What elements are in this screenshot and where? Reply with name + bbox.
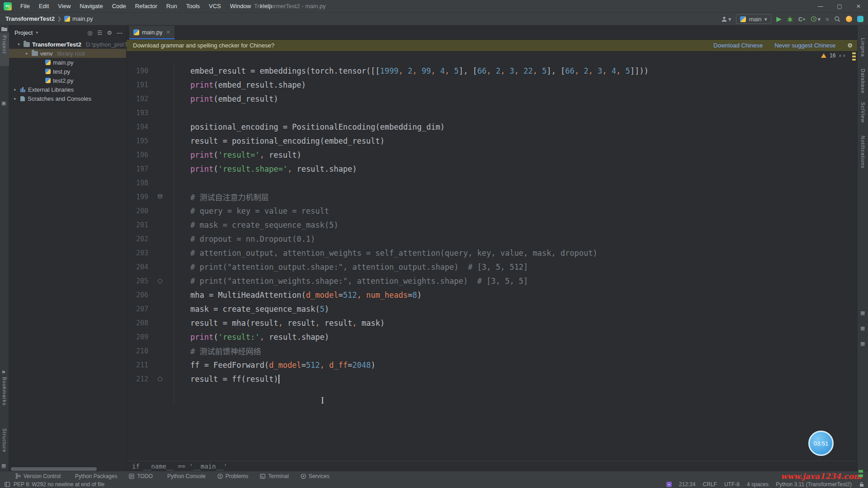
code-line-201[interactable]: 201 # mask = create_sequence_mask(5): [127, 218, 857, 232]
code-line-192[interactable]: 192 print(embed_result): [127, 92, 857, 106]
line-number[interactable]: 212: [127, 375, 148, 383]
line-number[interactable]: 206: [127, 291, 148, 299]
line-number[interactable]: 197: [127, 165, 148, 173]
profiler-icon[interactable]: ▾: [811, 16, 821, 23]
toolwindow-python-packages[interactable]: Python Packages: [72, 473, 117, 479]
toolwindow-terminal[interactable]: Terminal: [260, 473, 288, 479]
menu-refactor[interactable]: Refactor: [131, 1, 161, 11]
breadcrumb-file[interactable]: main.py: [64, 15, 93, 22]
pycharm-logo-icon[interactable]: PC: [4, 2, 12, 10]
warning-stripe-mark[interactable]: [852, 56, 856, 57]
right-strip-lingma-tab[interactable]: Lingma: [860, 38, 866, 57]
circle-gutter-icon[interactable]: [148, 377, 172, 381]
line-number[interactable]: 204: [127, 263, 148, 271]
prev-next-warning-icons[interactable]: ˄ ˅: [839, 53, 845, 58]
line-number[interactable]: 194: [127, 123, 148, 131]
line-number[interactable]: 210: [127, 347, 148, 355]
chevron-expanded-icon[interactable]: ▾: [16, 42, 21, 47]
tree-item-scratches-and-consoles[interactable]: ▸Scratches and Consoles: [9, 94, 126, 103]
code-line-206[interactable]: 206 mha = MultiHeadAttention(d_model=512…: [127, 288, 857, 302]
chevron-down-icon[interactable]: ▾: [36, 30, 38, 35]
search-everywhere-icon[interactable]: [834, 16, 841, 23]
hide-panel-icon[interactable]: —: [117, 29, 123, 36]
code-line-196[interactable]: 196 print('result=', result): [127, 148, 857, 162]
right-strip-notifications-tab[interactable]: Notifications: [860, 136, 866, 169]
run-button[interactable]: ▶: [776, 15, 782, 23]
line-number[interactable]: 190: [127, 67, 148, 75]
project-panel-title[interactable]: Project: [14, 29, 33, 36]
menu-file[interactable]: File: [16, 1, 34, 11]
line-number[interactable]: 209: [127, 333, 148, 341]
line-number[interactable]: 201: [127, 221, 148, 229]
commit-tool-icon[interactable]: ▣: [1, 100, 6, 106]
project-tool-icon[interactable]: [1, 26, 7, 31]
code-line-212[interactable]: 212 result = ff(result): [127, 372, 857, 386]
interpreter[interactable]: Python 3.11 (TransformerTest2): [776, 481, 852, 488]
left-strip-bookmarks-tab[interactable]: Bookmarks: [2, 377, 7, 406]
tree-item-test-py[interactable]: test.py: [9, 67, 126, 76]
menu-navigate[interactable]: Navigate: [75, 1, 107, 11]
menu-run[interactable]: Run: [162, 1, 181, 11]
sticky-scope-line[interactable]: if __name__ == '__main__': [127, 461, 857, 471]
chevron-right-icon[interactable]: ▸: [13, 87, 18, 92]
code-line-197[interactable]: 197 print('result.shape=', result.shape): [127, 162, 857, 176]
maximize-button[interactable]: ▢: [830, 0, 849, 13]
line-number[interactable]: 208: [127, 319, 148, 327]
never-suggest-chinese-link[interactable]: Never suggest Chinese: [774, 42, 835, 49]
tree-item-external-libraries[interactable]: ▸External Libraries: [9, 85, 126, 94]
line-number[interactable]: 203: [127, 249, 148, 257]
line-number[interactable]: 207: [127, 305, 148, 313]
warning-stripe-mark[interactable]: [852, 52, 856, 54]
line-number[interactable]: 198: [127, 179, 148, 187]
menu-edit[interactable]: Edit: [35, 1, 53, 11]
file-encoding[interactable]: UTF-8: [724, 481, 740, 488]
tree-item-main-py[interactable]: main.py: [9, 58, 126, 67]
toolwindow-todo[interactable]: TODO: [129, 473, 152, 479]
code-line-198[interactable]: 198: [127, 176, 857, 190]
right-strip-database-tab[interactable]: Database: [860, 69, 866, 94]
recording-timer-bubble[interactable]: 03:51: [808, 431, 834, 456]
menu-vcs[interactable]: VCS: [205, 1, 225, 11]
line-number[interactable]: 205: [127, 277, 148, 285]
menu-view[interactable]: View: [54, 1, 75, 11]
code-line-209[interactable]: 209 print('result:', result.shape): [127, 330, 857, 344]
run-configuration-select[interactable]: main ▾: [736, 14, 771, 24]
code-line-208[interactable]: 208 result = mha(result, result, result,…: [127, 316, 857, 330]
code-line-210[interactable]: 210 # 测试前馈神经网络: [127, 344, 857, 358]
menu-window[interactable]: Window: [226, 1, 255, 11]
tree-item-venv[interactable]: ▸venvlibrary root: [9, 49, 126, 58]
chevron-right-icon[interactable]: ▸: [13, 96, 18, 101]
code-line-211[interactable]: 211 ff = FeedForward(d_model=512, d_ff=2…: [127, 358, 857, 372]
tree-item-test2-py[interactable]: test2.py: [9, 76, 126, 85]
services-status-icon[interactable]: ⌁: [666, 482, 672, 487]
windows-layout-icon[interactable]: ▦: [1, 463, 6, 469]
shield-gutter-icon[interactable]: [148, 194, 172, 199]
run-with-coverage-icon[interactable]: C▸: [798, 16, 806, 23]
close-button[interactable]: ✕: [849, 0, 868, 13]
right-strip-sciview-tab[interactable]: SciView: [860, 102, 866, 123]
chevron-right-icon[interactable]: ▸: [24, 51, 29, 56]
line-number[interactable]: 200: [127, 207, 148, 215]
code-editor[interactable]: 190 embed_result = embeddings(torch.tens…: [127, 51, 857, 461]
download-chinese-link[interactable]: Download Chinese: [713, 42, 763, 49]
code-line-191[interactable]: 191 print(embed_result.shape): [127, 78, 857, 92]
code-line-199[interactable]: 199 # 测试自注意力机制层: [127, 190, 857, 204]
profile-user-icon[interactable]: ▾: [721, 16, 731, 23]
code-line-205[interactable]: 205 # print("attention_weights.shape:", …: [127, 274, 857, 288]
code-line-190[interactable]: 190 embed_result = embeddings(torch.tens…: [127, 64, 857, 78]
bookmarks-icon[interactable]: ⚑: [1, 370, 6, 375]
expand-all-icon[interactable]: ☰: [97, 29, 103, 36]
toolwindow-version-control[interactable]: Version Control: [15, 473, 61, 479]
left-strip-project-tab[interactable]: Project: [2, 35, 7, 54]
status-message[interactable]: PEP 8: W292 no newline at end of file: [14, 481, 104, 488]
horizontal-scrollbar[interactable]: [11, 467, 97, 471]
inspections-widget[interactable]: 16 ˄ ˅: [821, 52, 845, 59]
indent-setting[interactable]: 4 spaces: [747, 481, 769, 488]
line-number[interactable]: 192: [127, 95, 148, 103]
line-number[interactable]: 191: [127, 81, 148, 89]
caret-position[interactable]: 212:24: [679, 481, 696, 488]
toolwindow-python-console[interactable]: Python Console: [165, 473, 206, 479]
code-line-194[interactable]: 194 positional_encoding = PositionalEnco…: [127, 120, 857, 134]
code-line-193[interactable]: 193: [127, 106, 857, 120]
settings-gear-icon[interactable]: ⚙: [107, 29, 112, 36]
